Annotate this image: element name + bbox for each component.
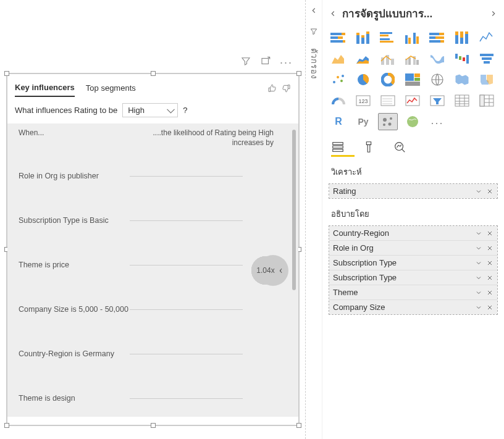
influencer-line xyxy=(130,309,243,310)
svg-rect-24 xyxy=(435,36,444,39)
filters-label[interactable]: ตัวกรอง xyxy=(308,48,321,79)
chevron-down-icon[interactable] xyxy=(475,274,482,282)
influencer-label: Theme is price xyxy=(19,260,130,270)
remove-field-icon[interactable] xyxy=(486,230,494,237)
funnel-icon[interactable] xyxy=(477,50,497,67)
field-pill[interactable]: Country-Region xyxy=(329,226,497,240)
area-chart-icon[interactable] xyxy=(329,50,348,67)
remove-field-icon[interactable] xyxy=(486,274,494,282)
format-mode-icon[interactable] xyxy=(362,140,376,154)
field-pill[interactable]: Rating xyxy=(329,184,497,198)
field-pill[interactable]: Subscription Type xyxy=(329,270,497,285)
influencer-row[interactable]: Theme is price 1.07x xyxy=(19,243,292,287)
hundred-stacked-column-icon[interactable] xyxy=(452,29,472,46)
stacked-area-icon[interactable] xyxy=(353,50,373,67)
analyze-field-well[interactable]: Rating xyxy=(329,183,498,199)
remove-field-icon[interactable] xyxy=(486,289,494,296)
table-icon[interactable] xyxy=(452,92,472,109)
resize-handle[interactable] xyxy=(4,71,9,76)
influencer-row[interactable]: Country-Region is Germany 1.05x xyxy=(19,332,292,376)
focus-mode-icon[interactable] xyxy=(260,56,271,67)
scatter-icon[interactable] xyxy=(329,71,348,88)
python-visual-icon[interactable]: Py xyxy=(353,113,373,130)
gauge-icon[interactable] xyxy=(329,92,348,109)
matrix-icon[interactable] xyxy=(477,92,497,109)
line-stacked-column-icon[interactable] xyxy=(378,50,398,67)
filter-icon[interactable] xyxy=(240,56,251,67)
stacked-column-icon[interactable] xyxy=(353,29,373,46)
remove-field-icon[interactable] xyxy=(486,304,494,311)
chevron-down-icon[interactable] xyxy=(475,304,482,311)
scrollbar[interactable] xyxy=(292,130,296,290)
chevron-down-icon[interactable] xyxy=(475,245,482,252)
resize-handle[interactable] xyxy=(296,423,301,428)
thumbs-up-icon[interactable] xyxy=(267,83,277,93)
clustered-column-icon[interactable] xyxy=(403,29,422,46)
svg-rect-60 xyxy=(381,96,395,106)
field-name: Subscription Type xyxy=(333,273,471,282)
treemap-icon[interactable] xyxy=(403,71,422,88)
influencer-row[interactable]: Role in Org is publisher 1.12x xyxy=(19,154,292,198)
remove-field-icon[interactable] xyxy=(486,188,494,195)
line-chart-icon[interactable] xyxy=(477,29,497,46)
multi-row-card-icon[interactable] xyxy=(378,92,398,109)
chevron-left-icon[interactable] xyxy=(329,9,337,18)
svg-rect-39 xyxy=(416,60,419,65)
chevron-down-icon[interactable] xyxy=(475,230,482,237)
svg-rect-44 xyxy=(480,54,494,56)
svg-point-47 xyxy=(333,81,335,83)
resize-handle[interactable] xyxy=(151,423,156,428)
chevron-down-icon[interactable] xyxy=(475,188,482,195)
resize-handle[interactable] xyxy=(4,423,9,428)
ribbon-chart-icon[interactable] xyxy=(427,50,447,67)
chevron-down-icon[interactable] xyxy=(475,289,482,296)
map-icon[interactable] xyxy=(427,71,447,88)
fields-mode-icon[interactable] xyxy=(331,140,345,154)
field-pill[interactable]: Theme xyxy=(329,285,497,299)
slicer-icon[interactable] xyxy=(427,92,447,109)
more-options-icon[interactable]: ··· xyxy=(280,57,293,65)
influencer-row[interactable]: Theme is design 1.04x xyxy=(19,376,292,417)
influencer-row[interactable]: Company Size is 5,000 - 50,000 1.05x xyxy=(19,287,292,332)
remove-field-icon[interactable] xyxy=(486,259,494,267)
field-pill[interactable]: Company Size xyxy=(329,299,497,314)
tab-key-influencers[interactable]: Key influencers xyxy=(15,79,75,97)
svg-rect-1 xyxy=(330,33,342,35)
analytics-mode-icon[interactable] xyxy=(393,140,406,154)
shape-map-icon[interactable] xyxy=(477,71,497,88)
thumbs-down-icon[interactable] xyxy=(281,83,291,93)
field-pill[interactable]: Subscription Type xyxy=(329,255,497,270)
chevron-down-icon[interactable] xyxy=(475,259,482,267)
chevron-right-icon[interactable] xyxy=(489,9,498,18)
resize-handle[interactable] xyxy=(151,71,156,76)
influencer-row[interactable]: Subscription Type is Basic 1.07x xyxy=(19,198,292,243)
r-visual-icon[interactable]: R xyxy=(329,113,348,130)
help-icon[interactable]: ? xyxy=(183,106,187,115)
arcgis-icon[interactable] xyxy=(403,113,422,130)
more-visuals-icon[interactable]: ··· xyxy=(427,113,447,130)
line-clustered-column-icon[interactable] xyxy=(403,50,422,67)
value-dropdown[interactable]: High xyxy=(122,103,178,117)
filled-map-icon[interactable] xyxy=(452,71,472,88)
svg-rect-28 xyxy=(455,31,458,35)
stacked-bar-icon[interactable] xyxy=(329,29,348,46)
remove-field-icon[interactable] xyxy=(486,245,494,252)
kpi-icon[interactable] xyxy=(403,92,422,109)
clustered-bar-icon[interactable] xyxy=(378,29,398,46)
influencers-chart: When... ....the likelihood of Rating bei… xyxy=(7,123,298,417)
resize-handle[interactable] xyxy=(296,71,301,76)
field-pill[interactable]: Role in Org xyxy=(329,240,497,255)
hundred-stacked-bar-icon[interactable] xyxy=(427,29,447,46)
filter-pane-icon[interactable] xyxy=(309,27,318,36)
key-influencers-visual[interactable]: Key influencers Top segments What influe… xyxy=(6,73,300,426)
donut-icon[interactable] xyxy=(378,71,398,88)
question-prefix: What influences Rating to be xyxy=(15,106,117,115)
explain-field-well[interactable]: Country-Region Role in Org Subscription … xyxy=(329,225,498,315)
chevron-left-icon[interactable] xyxy=(309,6,318,15)
key-influencers-icon[interactable] xyxy=(378,113,398,130)
tab-top-segments[interactable]: Top segments xyxy=(86,80,136,96)
card-icon[interactable]: 123 xyxy=(353,92,373,109)
pie-icon[interactable] xyxy=(353,71,373,88)
svg-rect-5 xyxy=(330,40,343,43)
waterfall-icon[interactable] xyxy=(452,50,472,67)
